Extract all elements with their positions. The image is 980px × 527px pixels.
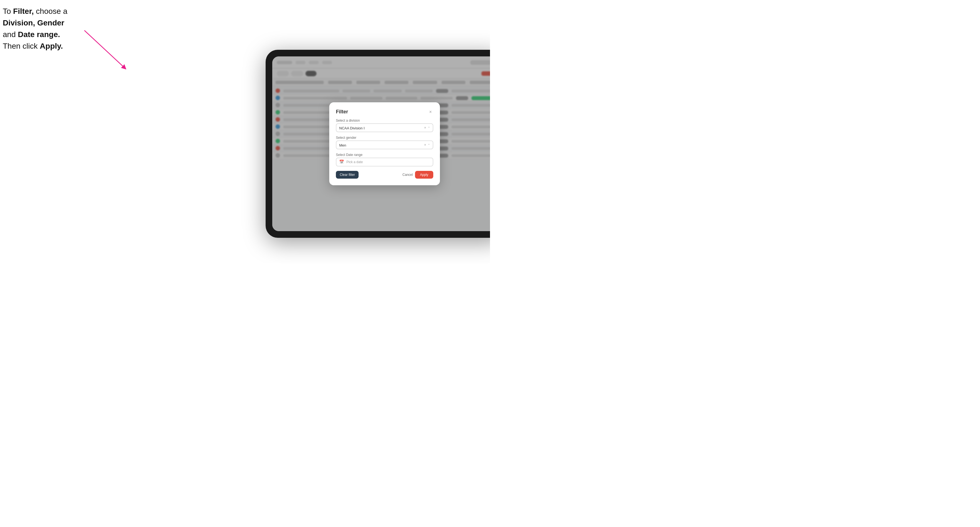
svg-line-1: [84, 30, 124, 68]
division-clear-icon[interactable]: ×: [424, 126, 426, 129]
date-input[interactable]: 📅 Pick a date: [336, 157, 433, 167]
division-value: NCAA Division I: [339, 126, 424, 130]
clear-filter-button[interactable]: Clear filter: [336, 171, 359, 179]
arrow-pointer: [82, 25, 137, 75]
gender-select[interactable]: Men × ⌃: [336, 140, 433, 149]
division-chevron-icon[interactable]: ⌃: [428, 126, 430, 129]
modal-overlay: Filter × Select a division NCAA Division…: [272, 56, 490, 231]
instruction-text: To Filter, choose a Division, Gender and…: [3, 6, 86, 52]
date-form-group: Select Date range 📅 Pick a date: [336, 153, 433, 167]
division-form-group: Select a division NCAA Division I × ⌃: [336, 119, 433, 132]
filter-modal: Filter × Select a division NCAA Division…: [329, 102, 440, 185]
division-label: Select a division: [336, 119, 433, 122]
date-placeholder: Pick a date: [347, 160, 363, 163]
gender-form-group: Select gender Men × ⌃: [336, 136, 433, 149]
close-icon[interactable]: ×: [428, 109, 433, 114]
date-label: Select Date range: [336, 153, 433, 157]
calendar-icon: 📅: [339, 160, 344, 164]
gender-label: Select gender: [336, 136, 433, 139]
gender-clear-icon[interactable]: ×: [424, 143, 426, 146]
modal-title: Filter: [336, 109, 348, 114]
tablet-screen: Filter × Select a division NCAA Division…: [272, 56, 490, 231]
gender-chevron-icon[interactable]: ⌃: [428, 143, 430, 146]
footer-actions: Cancel Apply: [402, 171, 433, 179]
modal-header: Filter ×: [336, 109, 433, 114]
cancel-button[interactable]: Cancel: [402, 173, 413, 176]
modal-footer: Clear filter Cancel Apply: [336, 171, 433, 179]
tablet-frame: Filter × Select a division NCAA Division…: [266, 50, 490, 238]
gender-value: Men: [339, 143, 424, 147]
gender-select-controls: × ⌃: [424, 143, 430, 146]
apply-button[interactable]: Apply: [415, 171, 433, 179]
division-select[interactable]: NCAA Division I × ⌃: [336, 123, 433, 132]
select-controls: × ⌃: [424, 126, 430, 129]
